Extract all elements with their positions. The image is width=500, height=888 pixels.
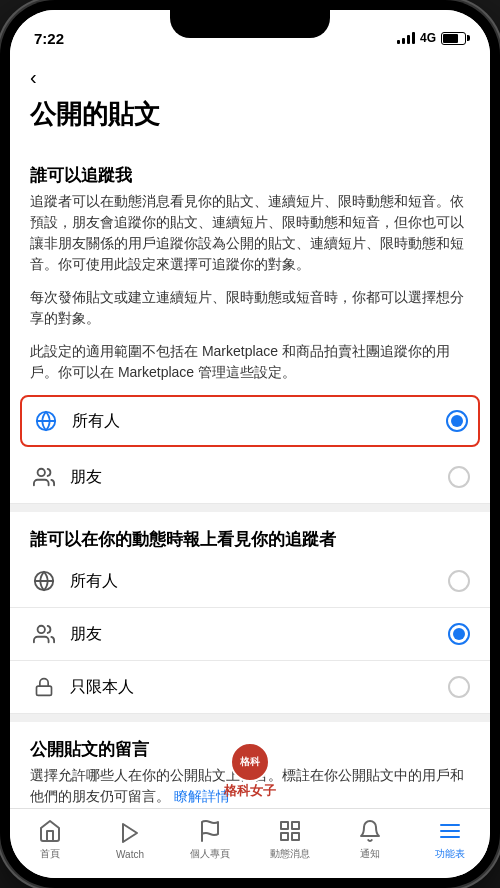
option2-everyone[interactable]: 所有人 (10, 555, 490, 608)
content-area: ‹ 公開的貼文 誰可以追蹤我 追蹤者可以在動態消息看見你的貼文、連續短片、限時動… (10, 54, 490, 808)
back-button[interactable]: ‹ (10, 54, 490, 93)
option-friends[interactable]: 朋友 (10, 451, 490, 504)
radio-everyone[interactable] (446, 410, 468, 432)
tab-menu[interactable]: 功能表 (410, 818, 490, 861)
divider1 (10, 504, 490, 512)
option2-only-me[interactable]: 只限本人 (10, 661, 490, 714)
section1-descriptions: 追蹤者可以在動態消息看見你的貼文、連續短片、限時動態和短音。依預設，朋友會追蹤你… (10, 191, 490, 383)
option-friends-label: 朋友 (70, 467, 448, 488)
tab-profile-label: 個人專頁 (190, 847, 230, 861)
watermark-avatar: 格科 (230, 742, 270, 782)
option2-only-me-label: 只限本人 (70, 677, 448, 698)
tab-notifications[interactable]: 通知 (330, 818, 410, 861)
option2-friends-label: 朋友 (70, 624, 448, 645)
menu-icon (437, 818, 463, 844)
tab-home[interactable]: 首頁 (10, 818, 90, 861)
radio2-friends[interactable] (448, 623, 470, 645)
svg-point-2 (38, 469, 45, 476)
radio-everyone-fill (451, 415, 463, 427)
radio2-only-me[interactable] (448, 676, 470, 698)
signal-bar-4 (412, 32, 415, 44)
svg-marker-7 (123, 824, 137, 842)
section2-title: 誰可以在你的動態時報上看見你的追蹤者 (10, 512, 490, 555)
bell-icon (357, 818, 383, 844)
flag-icon (197, 818, 223, 844)
page-title: 公開的貼文 (10, 93, 490, 148)
phone-frame: 7:22 4G ‹ 公開的貼文 誰可以追蹤我 (0, 0, 500, 888)
friends-icon-2 (30, 620, 58, 648)
battery-fill (443, 34, 458, 43)
lock-icon (30, 673, 58, 701)
signal-bar-3 (407, 35, 410, 44)
tab-menu-label: 功能表 (435, 847, 465, 861)
friends-icon (30, 463, 58, 491)
watermark: 格科 格科女子 (224, 742, 276, 800)
svg-rect-10 (292, 822, 299, 829)
tab-home-label: 首頁 (40, 847, 60, 861)
signal-bar-2 (402, 38, 405, 44)
watermark-text: 格科女子 (224, 782, 276, 800)
section1-title: 誰可以追蹤我 (10, 148, 490, 191)
grid-icon (277, 818, 303, 844)
tab-notifications-label: 通知 (360, 847, 380, 861)
play-icon (117, 820, 143, 846)
option-everyone-label: 所有人 (72, 411, 446, 432)
section1-desc3: 此設定的適用範圍不包括在 Marketplace 和商品拍賣社團追蹤你的用戶。你… (30, 341, 470, 383)
status-icons: 4G (397, 31, 466, 45)
tab-watch[interactable]: Watch (90, 820, 170, 860)
tab-profile[interactable]: 個人專頁 (170, 818, 250, 861)
phone-screen: 7:22 4G ‹ 公開的貼文 誰可以追蹤我 (10, 10, 490, 878)
globe-icon-2 (30, 567, 58, 595)
signal-4g: 4G (420, 31, 436, 45)
signal-bars (397, 32, 415, 44)
radio2-friends-fill (453, 628, 465, 640)
tab-feed-label: 動態消息 (270, 847, 310, 861)
option2-friends[interactable]: 朋友 (10, 608, 490, 661)
section3-link[interactable]: 瞭解詳情 (174, 788, 230, 804)
section1-desc2: 每次發佈貼文或建立連續短片、限時動態或短音時，你都可以選擇想分享的對象。 (30, 287, 470, 329)
svg-point-5 (38, 626, 45, 633)
radio2-everyone[interactable] (448, 570, 470, 592)
section1-desc1: 追蹤者可以在動態消息看見你的貼文、連續短片、限時動態和短音。依預設，朋友會追蹤你… (30, 191, 470, 275)
svg-rect-12 (281, 833, 288, 840)
tab-feed[interactable]: 動態消息 (250, 818, 330, 861)
option2-everyone-label: 所有人 (70, 571, 448, 592)
home-icon (37, 818, 63, 844)
signal-bar-1 (397, 40, 400, 44)
divider2 (10, 714, 490, 722)
svg-rect-11 (292, 833, 299, 840)
notch (170, 10, 330, 38)
battery-icon (441, 32, 466, 45)
option-everyone[interactable]: 所有人 (20, 395, 480, 447)
svg-rect-9 (281, 822, 288, 829)
globe-icon (32, 407, 60, 435)
tab-watch-label: Watch (116, 849, 144, 860)
tab-bar: 首頁 Watch 個人專頁 (10, 808, 490, 878)
svg-rect-6 (37, 686, 52, 695)
radio-friends[interactable] (448, 466, 470, 488)
status-time: 7:22 (34, 30, 64, 47)
